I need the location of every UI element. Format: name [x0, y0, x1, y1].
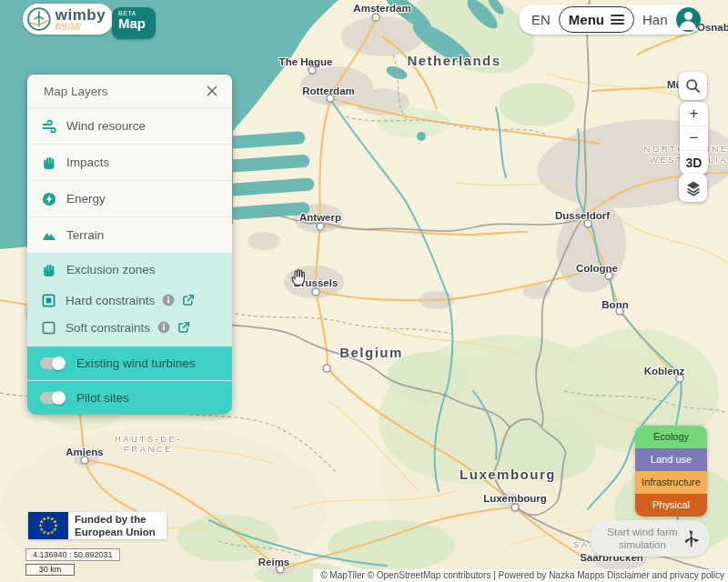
- external-link-icon[interactable]: [177, 321, 190, 334]
- beta-map-badge[interactable]: BETA Map: [112, 7, 156, 39]
- hand-icon: [42, 263, 56, 277]
- cursor-hand-icon: [289, 266, 308, 286]
- toggle-label: Pilot sites: [76, 391, 129, 405]
- layer-item-wind-resource[interactable]: Wind resource: [27, 108, 232, 145]
- top-nav: EN Menu Han: [519, 5, 701, 35]
- external-link-icon[interactable]: [182, 294, 195, 306]
- mode-3d-button[interactable]: 3D: [680, 150, 708, 175]
- city-label: Antwerp: [299, 212, 341, 223]
- start-simulation-button[interactable]: Start wind farm simulation: [590, 520, 710, 557]
- legend-item-physical[interactable]: Physical: [635, 494, 707, 517]
- legend-label: Land use: [651, 454, 692, 465]
- hand-icon: [42, 156, 56, 170]
- legend-label: Infrastructure: [642, 477, 701, 487]
- zoom-out-button[interactable]: −: [680, 125, 708, 150]
- legend-item-ecology[interactable]: Ecology: [635, 426, 707, 448]
- city-marker: [312, 288, 320, 296]
- exclusion-zones-section: Exclusion zones Hard constraints Soft co: [27, 253, 232, 346]
- panel-title: Map Layers: [44, 85, 108, 98]
- user-name: Han: [642, 12, 668, 27]
- scale-bar: 30 km: [25, 564, 75, 576]
- hamburger-icon: [611, 12, 624, 26]
- hard-constraints-row[interactable]: Hard constraints: [27, 286, 232, 314]
- country-label: Luxembourg: [460, 467, 556, 482]
- sim-label-line1: Start wind farm: [607, 527, 677, 537]
- energy-icon: [42, 192, 56, 206]
- funding-line2: European Union: [75, 526, 156, 538]
- existing-wind-turbines-row[interactable]: Existing wind turbines: [27, 346, 232, 380]
- city-marker: [616, 307, 624, 316]
- layer-item-label: Wind resource: [66, 119, 146, 133]
- overlay-toggles-section: Existing wind turbines Pilot sites: [27, 346, 232, 415]
- constraint-label: Hard constraints: [66, 294, 155, 307]
- pilot-sites-row[interactable]: Pilot sites: [27, 380, 232, 415]
- section-header-label: Exclusion zones: [66, 263, 156, 276]
- city-marker: [511, 504, 520, 512]
- menu-button-label: Menu: [569, 12, 604, 27]
- wind-icon: [42, 119, 56, 134]
- city-label: Reims: [258, 557, 290, 567]
- constraint-legend: Ecology Land use Infrastructure Physical: [635, 426, 707, 517]
- layer-item-label: Terrain: [66, 228, 104, 242]
- city-marker: [323, 365, 331, 373]
- checkbox-unchecked-icon[interactable]: [42, 321, 56, 335]
- eu-funding-notice: Funded by the European Union: [28, 512, 167, 539]
- basemap-layers-button[interactable]: [679, 174, 707, 202]
- eu-flag: [28, 512, 68, 539]
- city-marker: [605, 272, 613, 280]
- legend-label: Ecology: [653, 431, 689, 442]
- legend-item-land-use[interactable]: Land use: [635, 448, 707, 471]
- zoom-control: + − 3D: [680, 102, 708, 175]
- legend-item-infrastructure[interactable]: Infrastructure: [635, 471, 707, 494]
- info-icon[interactable]: [162, 294, 175, 306]
- region-label: HAUTS-DE-: [115, 434, 182, 444]
- funding-line1: Funded by the: [75, 513, 156, 526]
- country-label: Belgium: [339, 345, 403, 360]
- existing-wind-turbines-toggle[interactable]: [40, 357, 65, 369]
- search-icon: [685, 78, 701, 94]
- city-marker: [308, 66, 317, 75]
- country-label: Netherlands: [407, 53, 500, 68]
- region-label: FRANCE: [124, 444, 173, 454]
- city-marker: [676, 375, 684, 383]
- city-marker: [327, 95, 335, 103]
- toggle-label: Existing wind turbines: [76, 356, 196, 370]
- checkbox-checked-icon[interactable]: [42, 294, 56, 307]
- wind-turbine-icon: [681, 527, 703, 549]
- user-avatar[interactable]: [676, 7, 701, 32]
- pilot-sites-toggle[interactable]: [40, 392, 65, 404]
- close-icon[interactable]: [205, 84, 219, 98]
- layers-icon: [685, 180, 702, 196]
- map-attribution: © MapTiler © OpenStreetMap contributors …: [313, 569, 728, 582]
- layer-item-impacts[interactable]: Impacts: [27, 145, 232, 181]
- city-label: Luxembourg: [483, 493, 547, 504]
- layer-item-terrain[interactable]: Terrain: [27, 217, 232, 253]
- map-layers-panel: Map Layers Wind resource Impacts Energy: [27, 75, 232, 415]
- search-button[interactable]: [679, 72, 707, 100]
- city-marker: [372, 14, 380, 22]
- layer-item-energy[interactable]: Energy: [27, 181, 232, 217]
- wimby-map-app: { "header": { "logo": {"brand": "wimby",…: [0, 0, 728, 582]
- sim-label-line2: simulation: [619, 539, 666, 550]
- zoom-in-button[interactable]: +: [680, 102, 708, 125]
- city-label: Osnabrück: [697, 22, 728, 33]
- city-label: The Hague: [279, 56, 333, 67]
- soft-constraints-row[interactable]: Soft constraints: [27, 314, 232, 341]
- wimby-turbine-icon: [26, 6, 52, 32]
- terrain-icon: [42, 228, 56, 243]
- brand-tagline: WIND IN MY BACKYARD: [56, 24, 108, 32]
- menu-button[interactable]: Menu: [559, 6, 634, 33]
- brand-name: wimby: [56, 7, 108, 23]
- attribution-text: © MapTiler © OpenStreetMap contributors …: [320, 570, 607, 580]
- layer-item-exclusion-zones[interactable]: Exclusion zones: [27, 253, 232, 286]
- constraint-label: Soft constraints: [66, 321, 150, 335]
- attribution-links[interactable]: Disclaimer and privacy policy: [607, 570, 724, 580]
- wimby-logo[interactable]: wimby WIND IN MY BACKYARD: [23, 4, 114, 35]
- city-label: Amsterdam: [353, 3, 410, 14]
- map-label: Map: [118, 16, 156, 31]
- language-selector[interactable]: EN: [531, 12, 551, 27]
- city-label: Dusseldorf: [555, 210, 610, 221]
- city-marker: [277, 566, 285, 574]
- info-icon[interactable]: [157, 321, 170, 334]
- legend-label: Physical: [652, 499, 690, 510]
